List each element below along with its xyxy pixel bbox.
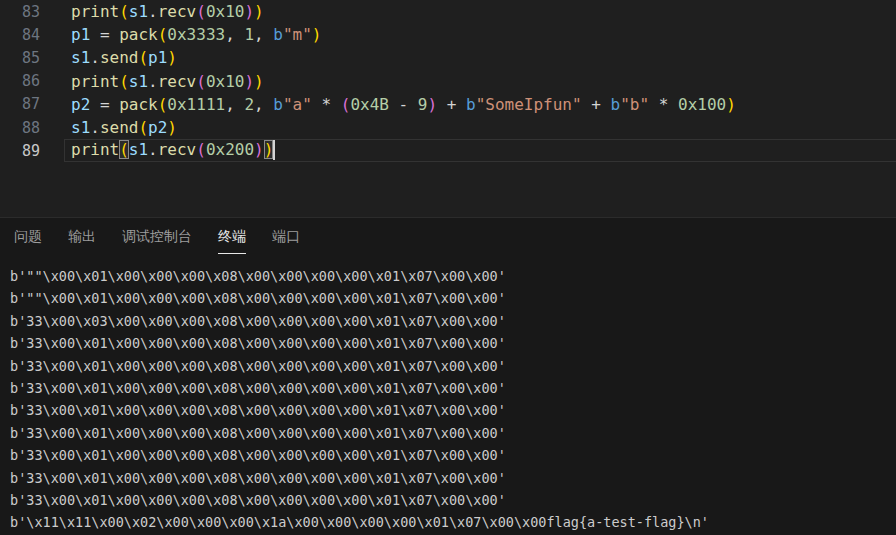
code-token: (: [119, 72, 129, 91]
terminal-line: b'\x11\x11\x00\x02\x00\x00\x00\x1a\x00\x…: [10, 511, 896, 533]
code-token: ): [427, 95, 437, 114]
code-token: 0x4B: [350, 95, 389, 114]
line-number: 89: [0, 142, 40, 160]
code-token: 0x10: [206, 2, 245, 21]
code-token: (: [196, 140, 206, 159]
code-token: *: [649, 95, 678, 114]
code-token: ,: [225, 95, 244, 114]
panel-tab-terminal[interactable]: 终端: [218, 228, 246, 254]
panel-tab-output[interactable]: 输出: [68, 228, 96, 253]
terminal-line: b'33\x00\x01\x00\x00\x00\x08\x00\x00\x00…: [10, 332, 896, 354]
code-token: 1: [244, 25, 254, 44]
code-token: +: [582, 95, 611, 114]
line-number: 83: [0, 3, 40, 21]
terminal-line: b'""\x00\x01\x00\x00\x00\x08\x00\x00\x00…: [10, 265, 896, 287]
code-token: +: [437, 95, 466, 114]
panel-tabs: 问题输出调试控制台终端端口: [0, 218, 896, 254]
code-line[interactable]: 89print(s1.recv(0x200)): [0, 139, 896, 162]
code-token: "b": [620, 95, 649, 114]
line-number: 85: [0, 49, 40, 67]
code-token: ): [244, 2, 254, 21]
code-token: .: [148, 140, 158, 159]
terminal-line: b'33\x00\x01\x00\x00\x00\x08\x00\x00\x00…: [10, 444, 896, 466]
terminal-line: b'33\x00\x01\x00\x00\x00\x08\x00\x00\x00…: [10, 355, 896, 377]
code-line[interactable]: 86print(s1.recv(0x10)): [0, 70, 896, 93]
code-token: send: [100, 48, 139, 67]
code-token: p2: [148, 118, 167, 137]
code-token: (: [119, 2, 129, 21]
code-text: s1.send(p2): [71, 118, 177, 137]
code-token: 0x100: [678, 95, 726, 114]
code-line[interactable]: 88s1.send(p2): [0, 116, 896, 139]
code-token: (: [138, 118, 148, 137]
code-token: .: [90, 118, 100, 137]
code-line[interactable]: 83print(s1.recv(0x10)): [0, 0, 896, 23]
code-token: *: [312, 95, 341, 114]
code-token: (: [158, 25, 168, 44]
code-line[interactable]: 87p2 = pack(0x1111, 2, b"a" * (0x4B - 9)…: [0, 93, 896, 116]
code-token: ,: [225, 25, 244, 44]
panel-tab-ports[interactable]: 端口: [272, 228, 300, 253]
code-token: =: [90, 95, 119, 114]
code-text: p2 = pack(0x1111, 2, b"a" * (0x4B - 9) +…: [71, 95, 736, 114]
code-token: recv: [158, 72, 197, 91]
line-number: 87: [0, 95, 40, 113]
code-token: "SomeIpfun": [476, 95, 582, 114]
code-text: print(s1.recv(0x10)): [71, 72, 264, 91]
terminal-output[interactable]: b'""\x00\x01\x00\x00\x00\x08\x00\x00\x00…: [10, 265, 896, 535]
code-token: p2: [71, 95, 90, 114]
vscode-window: 83print(s1.recv(0x10))84p1 = pack(0x3333…: [0, 0, 896, 535]
code-token: s1: [129, 140, 148, 159]
code-lines: 83print(s1.recv(0x10))84p1 = pack(0x3333…: [0, 0, 896, 162]
code-token: send: [100, 118, 139, 137]
code-token: recv: [158, 140, 197, 159]
terminal-line: b'""\x00\x01\x00\x00\x00\x08\x00\x00\x00…: [10, 287, 896, 309]
code-text: print(s1.recv(0x10)): [71, 2, 264, 21]
code-token: print: [71, 140, 119, 159]
bracket-match: (: [119, 140, 129, 159]
line-number: 84: [0, 26, 40, 44]
code-token: 0x200: [206, 140, 254, 159]
terminal-line: b'33\x00\x03\x00\x00\x00\x08\x00\x00\x00…: [10, 310, 896, 332]
code-token: .: [148, 2, 158, 21]
code-line[interactable]: 85s1.send(p1): [0, 46, 896, 69]
bracket-match: ): [264, 140, 274, 159]
terminal-line: b'33\x00\x01\x00\x00\x00\x08\x00\x00\x00…: [10, 377, 896, 399]
panel-tab-debug-console[interactable]: 调试控制台: [122, 228, 192, 253]
code-line[interactable]: 84p1 = pack(0x3333, 1, b"m"): [0, 23, 896, 46]
code-token: print: [71, 2, 119, 21]
code-token: .: [90, 48, 100, 67]
terminal-line: b'33\x00\x01\x00\x00\x00\x08\x00\x00\x00…: [10, 489, 896, 511]
code-token: recv: [158, 2, 197, 21]
code-token: .: [148, 72, 158, 91]
code-token: 0x10: [206, 72, 245, 91]
code-text: p1 = pack(0x3333, 1, b"m"): [71, 25, 322, 44]
code-token: "m": [283, 25, 312, 44]
code-token: (: [138, 48, 148, 67]
code-token: ,: [254, 25, 273, 44]
code-token: (: [196, 72, 206, 91]
code-token: s1: [129, 2, 148, 21]
code-token: (: [341, 95, 351, 114]
terminal-line: b'33\x00\x01\x00\x00\x00\x08\x00\x00\x00…: [10, 422, 896, 444]
code-token: "a": [283, 95, 312, 114]
code-token: ): [244, 72, 254, 91]
code-token: -: [389, 95, 418, 114]
code-token: ): [254, 140, 264, 159]
editor-region[interactable]: 83print(s1.recv(0x10))84p1 = pack(0x3333…: [0, 0, 896, 217]
text-cursor: [273, 140, 275, 160]
panel-tab-problems[interactable]: 问题: [14, 228, 42, 253]
code-token: 0x1111: [167, 95, 225, 114]
code-text: s1.send(p1): [71, 48, 177, 67]
code-token: ): [167, 118, 177, 137]
code-token: b: [273, 25, 283, 44]
code-token: s1: [71, 48, 90, 67]
code-token: b: [611, 95, 621, 114]
code-token: ): [254, 2, 264, 21]
code-text: print(s1.recv(0x200)): [71, 140, 275, 161]
code-token: ): [167, 48, 177, 67]
code-token: 2: [244, 95, 254, 114]
code-token: 0x3333: [167, 25, 225, 44]
code-token: s1: [71, 118, 90, 137]
code-token: p1: [148, 48, 167, 67]
